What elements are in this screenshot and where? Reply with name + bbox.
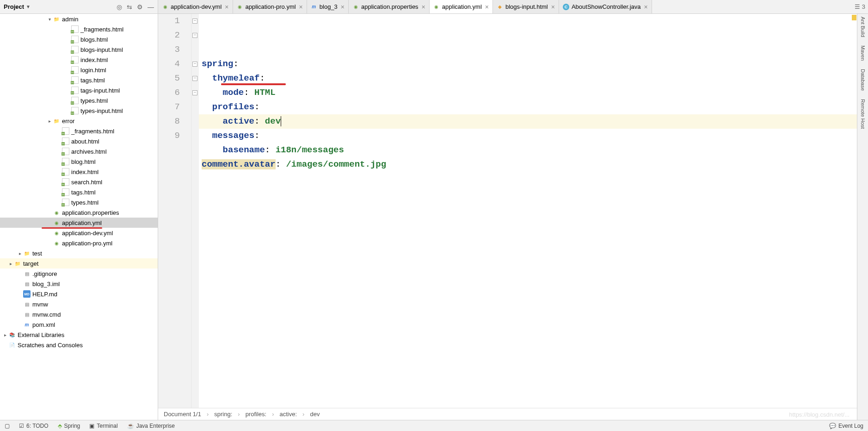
editor-tab[interactable]: ◆blogs-input.html× [493, 0, 559, 13]
close-icon[interactable]: × [298, 3, 303, 11]
tree-item-label: index.html [71, 169, 98, 175]
tree-item-label: types.html [80, 97, 108, 104]
tree-item[interactable]: ▸mpom.xml [0, 319, 158, 330]
tree-item[interactable]: ▸▤mvnw.cmd [0, 309, 158, 319]
line-number: 1 [158, 14, 180, 28]
terminal-tool[interactable]: ▣Terminal [89, 423, 117, 429]
close-icon[interactable]: × [224, 3, 228, 11]
close-icon[interactable]: × [550, 3, 555, 11]
tree-item[interactable]: ▸search.html [0, 177, 158, 187]
breadcrumb-segment[interactable]: profiles: [246, 411, 267, 418]
tree-item[interactable]: ▸_fragments.html [0, 126, 158, 136]
tree-item[interactable]: ▸tags.html [0, 187, 158, 197]
tree-item[interactable]: ▸types-input.html [0, 106, 158, 116]
tree-item[interactable]: ▸about.html [0, 136, 158, 146]
tree-item[interactable]: ▾📁admin [0, 14, 158, 24]
tree-item[interactable]: ▸_fragments.html [0, 24, 158, 34]
error-stripe[interactable] [851, 14, 857, 408]
tree-item-label: types.html [71, 199, 98, 206]
fold-toggle[interactable]: − [192, 33, 197, 38]
code-area[interactable]: spring: thymeleaf: mode: HTML profiles: … [199, 14, 857, 408]
tab-label: application-dev.yml [171, 3, 222, 10]
editor-tab[interactable]: ◉application-dev.yml× [158, 0, 233, 13]
chevron-icon[interactable]: ▸ [7, 261, 14, 266]
tree-item[interactable]: ▸◉application.properties [0, 207, 158, 218]
breadcrumb-segment[interactable]: Document 1/1 [164, 411, 201, 418]
chevron-icon[interactable]: ▸ [46, 119, 53, 124]
code-line[interactable]: profiles: [202, 100, 857, 114]
tree-item[interactable]: ▸tags-input.html [0, 85, 158, 95]
editor-tab[interactable]: ◉application.yml× [430, 0, 493, 13]
tree-item[interactable]: ▸▤blog_3.iml [0, 279, 158, 289]
chevron-icon[interactable]: ▸ [2, 332, 8, 337]
tree-item[interactable]: ▸📁test [0, 248, 158, 258]
javaee-tool[interactable]: ☕Java Enterprise [127, 423, 175, 429]
close-icon[interactable]: × [421, 3, 425, 11]
breadcrumb-segment[interactable]: dev [310, 411, 320, 418]
hide-icon[interactable]: — [148, 3, 154, 11]
chevron-icon[interactable]: ▸ [17, 251, 23, 256]
code-line[interactable]: comment.avatar: /images/comment.jpg [202, 157, 857, 172]
fold-column: −−−−− [191, 14, 199, 408]
tree-item[interactable]: ▸📄Scratches and Consoles [0, 340, 158, 350]
close-icon[interactable]: × [340, 3, 345, 11]
collapse-icon[interactable]: ⇆ [127, 3, 132, 11]
editor-tab[interactable]: ◉application-pro.yml× [233, 0, 307, 13]
close-icon[interactable]: × [643, 3, 648, 11]
editor-tab[interactable]: mblog_3× [307, 0, 349, 13]
bottom-corner-icon[interactable]: ▢ [5, 423, 10, 429]
tree-item[interactable]: ▸◉application.yml [0, 218, 158, 228]
tabs-overflow[interactable]: ☰ 3 [852, 0, 868, 13]
tree-item[interactable]: ▸📁error [0, 116, 158, 126]
fold-toggle[interactable]: − [192, 62, 197, 67]
tree-item[interactable]: ▸📚External Libraries [0, 330, 158, 340]
tree-item[interactable]: ▸MDHELP.md [0, 289, 158, 299]
code-editor[interactable]: 123456789 −−−−− spring: thymeleaf: mode:… [158, 14, 857, 408]
right-tool-button[interactable]: Database [860, 69, 866, 91]
tree-item[interactable]: ▸types.html [0, 95, 158, 106]
tree-item[interactable]: ▸blog.html [0, 156, 158, 167]
editor-tab[interactable]: ◉application.properties× [349, 0, 430, 13]
breadcrumb-segment[interactable]: active: [280, 411, 297, 418]
code-line[interactable]: spring: [202, 57, 857, 71]
project-dropdown[interactable]: Project ▼ [4, 3, 31, 10]
tree-item[interactable]: ▸📁target [0, 258, 158, 269]
event-log[interactable]: 💬Event Log [829, 423, 863, 429]
tree-item[interactable]: ▸tags.html [0, 75, 158, 85]
tree-item[interactable]: ▸index.html [0, 167, 158, 177]
tree-item[interactable]: ▸login.html [0, 65, 158, 75]
tree-item[interactable]: ▸▤mvnw [0, 299, 158, 309]
close-icon[interactable]: × [484, 3, 489, 11]
project-tree[interactable]: ▾📁admin▸_fragments.html▸blogs.html▸blogs… [0, 14, 158, 420]
line-number: 6 [158, 86, 180, 100]
warning-indicator[interactable] [852, 15, 856, 20]
html-file-icon [62, 158, 69, 165]
tree-item-label: about.html [71, 138, 99, 145]
code-line[interactable]: basename: i18n/messages [202, 143, 857, 157]
code-line[interactable]: messages: [202, 129, 857, 143]
tree-item[interactable]: ▸types.html [0, 197, 158, 207]
code-line[interactable]: active: dev [199, 114, 857, 129]
gear-icon[interactable]: ⚙ [137, 3, 143, 11]
tree-item[interactable]: ▸▤.gitignore [0, 269, 158, 279]
tree-item[interactable]: ▸blogs-input.html [0, 44, 158, 55]
tree-item[interactable]: ▸blogs.html [0, 34, 158, 44]
locate-icon[interactable]: ◎ [117, 3, 122, 11]
tree-item[interactable]: ▸◉application-dev.yml [0, 228, 158, 238]
chevron-icon[interactable]: ▾ [46, 17, 53, 22]
code-line[interactable]: mode: HTML [202, 86, 857, 100]
code-line[interactable]: thymeleaf: [202, 71, 857, 86]
file-icon: ▤ [23, 300, 31, 308]
tree-item[interactable]: ▸archives.html [0, 146, 158, 156]
fold-toggle[interactable]: − [192, 19, 197, 24]
editor-tab[interactable]: CAboutShowController.java× [559, 0, 652, 13]
tree-item[interactable]: ▸◉application-pro.yml [0, 238, 158, 248]
right-tool-button[interactable]: Remote Host [860, 99, 866, 129]
breadcrumb-segment[interactable]: spring: [214, 411, 232, 418]
tree-item[interactable]: ▸index.html [0, 55, 158, 65]
code-line[interactable] [202, 172, 857, 186]
fold-toggle[interactable]: − [192, 90, 197, 95]
spring-tool[interactable]: ⬘Spring [58, 423, 80, 429]
fold-toggle[interactable]: − [192, 76, 197, 81]
todo-tool[interactable]: ☑6: TODO [19, 423, 49, 429]
